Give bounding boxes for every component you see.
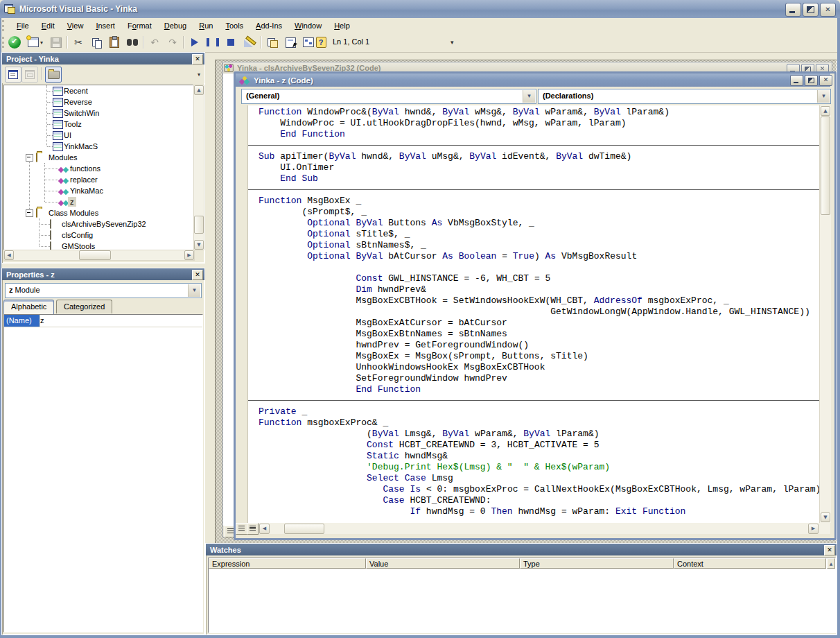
paste-button[interactable] xyxy=(107,35,122,50)
view-object-button[interactable] xyxy=(21,67,38,83)
menu-item-help[interactable]: Help xyxy=(328,19,356,32)
scroll-down-icon[interactable]: ▼ xyxy=(194,240,204,250)
tree-item-functions[interactable]: functions xyxy=(4,163,193,174)
watches-panel-header[interactable]: Watches xyxy=(206,544,837,555)
redo-button[interactable]: ↷ xyxy=(165,35,180,50)
property-name-cell[interactable]: (Name) xyxy=(4,315,40,327)
project-panel-header[interactable]: Project - Yinka xyxy=(2,53,204,64)
end-button[interactable] xyxy=(223,35,238,50)
toolbar-options-caret-icon[interactable]: ▾ xyxy=(450,39,454,46)
help-button[interactable]: ? xyxy=(313,35,329,50)
object-combo[interactable]: z Module ▾ xyxy=(5,283,202,298)
procedure-dropdown[interactable]: (Declarations) ▾ xyxy=(538,89,831,104)
menu-grip[interactable] xyxy=(2,20,8,31)
tree-item-modules[interactable]: Modules xyxy=(4,152,193,163)
restore-button[interactable] xyxy=(805,75,818,86)
properties-window-button[interactable] xyxy=(283,35,298,50)
scroll-thumb[interactable] xyxy=(284,524,324,534)
menu-item-run[interactable]: Run xyxy=(193,19,219,32)
design-mode-button[interactable] xyxy=(241,35,256,50)
full-module-view-button[interactable] xyxy=(247,523,259,535)
scroll-left-icon[interactable]: ◀ xyxy=(4,250,14,260)
menu-item-edit[interactable]: Edit xyxy=(35,19,61,32)
toggle-folders-button[interactable] xyxy=(45,67,62,83)
tree-item-replacer[interactable]: replacer xyxy=(4,174,193,185)
procedure-dropdown-caret-icon[interactable]: ▾ xyxy=(817,90,830,103)
menu-item-debug[interactable]: Debug xyxy=(158,19,193,32)
watches-panel-close-button[interactable]: ✕ xyxy=(824,545,835,555)
properties-panel-header[interactable]: Properties - z xyxy=(2,268,204,280)
tree-item-gmstools[interactable]: GMStools xyxy=(4,241,193,250)
code-vscrollbar[interactable]: ▲ ▼ xyxy=(819,105,831,523)
tab-categorized[interactable]: Categorized xyxy=(56,300,112,313)
scroll-right-icon[interactable]: ▶ xyxy=(808,524,819,534)
project-tree[interactable]: RecentReverseSwitchWinToolzUIYinkMacSMod… xyxy=(3,85,193,250)
project-panel-options-caret-icon[interactable]: ▾ xyxy=(198,71,200,78)
tree-item-reverse[interactable]: Reverse xyxy=(4,96,193,107)
project-tree-hscrollbar[interactable]: ◀ ▶ xyxy=(3,250,195,261)
tree-item-z[interactable]: z xyxy=(4,196,193,207)
property-row[interactable]: (Name) z xyxy=(4,315,202,327)
find-button[interactable] xyxy=(125,35,140,50)
menu-item-format[interactable]: Format xyxy=(121,19,158,32)
undo-button[interactable]: ↶ xyxy=(147,35,162,50)
properties-panel-close-button[interactable]: ✕ xyxy=(192,270,203,280)
watches-scroll-up-icon[interactable]: ▲ xyxy=(827,558,835,569)
property-grid[interactable]: (Name) z xyxy=(3,314,203,632)
watches-column-value[interactable]: Value xyxy=(366,558,520,569)
watches-column-context[interactable]: Context xyxy=(674,558,826,569)
tree-expander-icon[interactable] xyxy=(26,209,33,217)
menu-item-insert[interactable]: Insert xyxy=(89,19,121,32)
scroll-up-icon[interactable]: ▲ xyxy=(194,85,204,95)
front-window-titlebar[interactable]: Yinka - z (Code) xyxy=(236,74,830,87)
tab-alphabetic[interactable]: Alphabetic xyxy=(3,300,54,314)
tree-item-clsconfig[interactable]: clsConfig xyxy=(4,230,193,241)
object-dropdown-caret-icon[interactable]: ▾ xyxy=(523,90,535,103)
property-value-cell[interactable]: z xyxy=(40,315,44,326)
menu-item-window[interactable]: Window xyxy=(288,19,328,32)
code-editor[interactable]: Function WindowProc&(ByVal hwnd&, ByVal … xyxy=(236,105,830,523)
watches-list[interactable]: ExpressionValueTypeContext ▲ xyxy=(208,558,836,633)
code-text[interactable]: Function WindowProc&(ByVal hwnd&, ByVal … xyxy=(248,105,819,523)
break-button[interactable] xyxy=(205,35,220,50)
tree-item-yinkmacs[interactable]: YinkMacS xyxy=(4,141,193,152)
code-window-front[interactable]: Yinka - z (Code) ✕ (General) ▾ (Declarat… xyxy=(234,71,837,540)
restore-button[interactable] xyxy=(803,3,819,17)
object-dropdown[interactable]: (General) ▾ xyxy=(241,89,536,104)
tree-item-yinkamac[interactable]: YinkaMac xyxy=(4,185,193,196)
scroll-down-icon[interactable]: ▼ xyxy=(821,512,830,522)
minimize-button[interactable] xyxy=(790,75,803,86)
project-panel-close-button[interactable]: ✕ xyxy=(192,54,203,64)
cut-button[interactable]: ✂ xyxy=(71,35,86,50)
code-hscrollbar[interactable]: ◀ ▶ xyxy=(236,523,830,534)
title-bar[interactable]: Microsoft Visual Basic - Yinka ✕ xyxy=(0,0,840,18)
copy-button[interactable] xyxy=(89,35,104,50)
watches-column-type[interactable]: Type xyxy=(520,558,674,569)
scroll-thumb[interactable] xyxy=(821,117,830,215)
procedure-view-button[interactable] xyxy=(236,523,247,535)
toolbar-grip[interactable] xyxy=(2,37,6,48)
tree-item-switchwin[interactable]: SwitchWin xyxy=(4,107,193,119)
tree-item-recent[interactable]: Recent xyxy=(4,85,193,96)
scroll-up-icon[interactable]: ▲ xyxy=(821,106,830,116)
scroll-thumb[interactable] xyxy=(194,216,204,234)
add-form-button[interactable]: ▾ xyxy=(25,35,46,50)
menu-item-add-ins[interactable]: Add-Ins xyxy=(250,19,288,32)
tree-item-class-modules[interactable]: Class Modules xyxy=(4,207,193,218)
project-tree-vscrollbar[interactable]: ▲ ▼ xyxy=(193,85,204,250)
add-form-caret-icon[interactable]: ▾ xyxy=(40,40,43,46)
scroll-left-icon[interactable]: ◀ xyxy=(259,524,270,534)
tree-item-clsarchivebysevenzip32[interactable]: clsArchiveBySevenZip32 xyxy=(4,218,193,230)
tree-expander-icon[interactable] xyxy=(26,154,33,162)
save-button[interactable] xyxy=(49,35,64,50)
tree-item-ui[interactable]: UI xyxy=(4,130,193,141)
project-explorer-button[interactable] xyxy=(265,35,280,50)
view-code-button[interactable] xyxy=(5,67,21,83)
close-button[interactable]: ✕ xyxy=(819,75,832,86)
menu-item-tools[interactable]: Tools xyxy=(219,19,250,32)
minimize-button[interactable] xyxy=(785,3,801,17)
tree-item-toolz[interactable]: Toolz xyxy=(4,119,193,130)
margin-indicator-bar[interactable] xyxy=(236,105,248,523)
scroll-thumb[interactable] xyxy=(79,250,111,260)
close-button[interactable]: ✕ xyxy=(820,3,836,17)
